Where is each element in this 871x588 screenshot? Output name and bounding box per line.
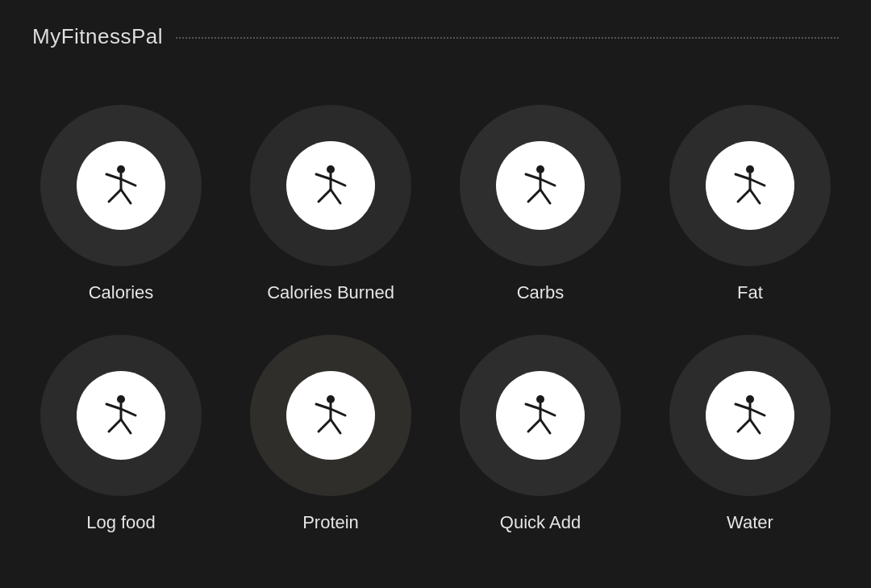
grid-item-calories-burned[interactable]: Calories Burned xyxy=(226,90,436,319)
svg-line-15 xyxy=(540,179,555,186)
svg-line-2 xyxy=(106,174,121,179)
grid-item-carbs[interactable]: Carbs xyxy=(436,90,645,319)
svg-line-4 xyxy=(109,190,121,202)
svg-line-40 xyxy=(528,419,540,432)
item-label-calories-burned: Calories Burned xyxy=(267,282,394,303)
inner-circle-log-food xyxy=(77,371,165,460)
grid-item-log-food[interactable]: Log food xyxy=(16,319,226,549)
item-label-calories: Calories xyxy=(89,282,154,303)
svg-line-34 xyxy=(319,419,331,432)
app-title: MyFitnessPal xyxy=(32,24,163,49)
item-label-protein: Protein xyxy=(302,512,359,533)
outer-circle-log-food xyxy=(40,335,202,496)
outer-circle-quick-add xyxy=(460,335,621,496)
item-label-log-food: Log food xyxy=(86,512,156,533)
grid-item-calories[interactable]: Calories xyxy=(16,90,226,319)
grid-item-fat[interactable]: Fat xyxy=(645,90,855,319)
figure-icon-calories-burned xyxy=(306,161,355,210)
svg-line-32 xyxy=(316,404,331,409)
svg-line-29 xyxy=(121,419,131,433)
svg-line-3 xyxy=(121,179,135,186)
svg-line-45 xyxy=(750,409,765,415)
svg-line-16 xyxy=(528,190,540,202)
figure-icon-fat xyxy=(726,161,774,210)
svg-line-44 xyxy=(736,404,750,409)
svg-line-8 xyxy=(316,174,331,179)
svg-line-21 xyxy=(750,179,765,186)
outer-circle-carbs xyxy=(460,105,621,266)
svg-line-35 xyxy=(331,419,340,433)
inner-circle-fat xyxy=(706,141,794,230)
figure-icon-protein xyxy=(306,391,355,440)
inner-circle-calories-burned xyxy=(286,141,375,230)
svg-line-33 xyxy=(331,409,345,415)
inner-circle-water xyxy=(706,371,794,460)
inner-circle-protein xyxy=(286,371,375,460)
outer-circle-calories xyxy=(40,105,202,266)
svg-line-39 xyxy=(540,409,555,415)
svg-line-28 xyxy=(109,419,121,432)
header-divider xyxy=(176,37,839,39)
item-label-quick-add: Quick Add xyxy=(500,512,581,533)
inner-circle-carbs xyxy=(496,141,585,230)
grid-item-quick-add[interactable]: Quick Add xyxy=(436,319,645,549)
inner-circle-calories xyxy=(77,141,165,230)
outer-circle-fat xyxy=(669,105,831,266)
item-label-fat: Fat xyxy=(737,282,763,303)
svg-line-22 xyxy=(738,190,750,202)
grid-item-water[interactable]: Water xyxy=(645,319,855,549)
svg-line-14 xyxy=(526,174,540,179)
svg-line-27 xyxy=(121,409,135,415)
figure-icon-calories xyxy=(97,161,145,210)
outer-circle-water xyxy=(669,335,831,496)
svg-line-20 xyxy=(736,174,750,179)
svg-line-38 xyxy=(526,404,540,409)
item-label-water: Water xyxy=(727,512,773,533)
outer-circle-calories-burned xyxy=(250,105,411,266)
svg-line-46 xyxy=(738,419,750,432)
figure-icon-water xyxy=(726,391,774,440)
app-header: MyFitnessPal xyxy=(0,0,871,57)
outer-circle-protein xyxy=(250,335,411,496)
svg-line-5 xyxy=(121,190,131,203)
svg-line-41 xyxy=(540,419,550,433)
figure-icon-quick-add xyxy=(516,391,565,440)
figure-icon-log-food xyxy=(97,391,145,440)
svg-line-47 xyxy=(750,419,760,433)
svg-line-23 xyxy=(750,190,760,203)
grid-item-protein[interactable]: Protein xyxy=(226,319,436,549)
svg-line-17 xyxy=(540,190,550,203)
figure-icon-carbs xyxy=(516,161,565,210)
widget-grid: Calories xyxy=(0,57,871,581)
svg-line-26 xyxy=(106,404,121,409)
item-label-carbs: Carbs xyxy=(517,282,565,303)
svg-line-11 xyxy=(331,190,340,203)
inner-circle-quick-add xyxy=(496,371,585,460)
svg-line-9 xyxy=(331,179,345,186)
svg-line-10 xyxy=(319,190,331,202)
